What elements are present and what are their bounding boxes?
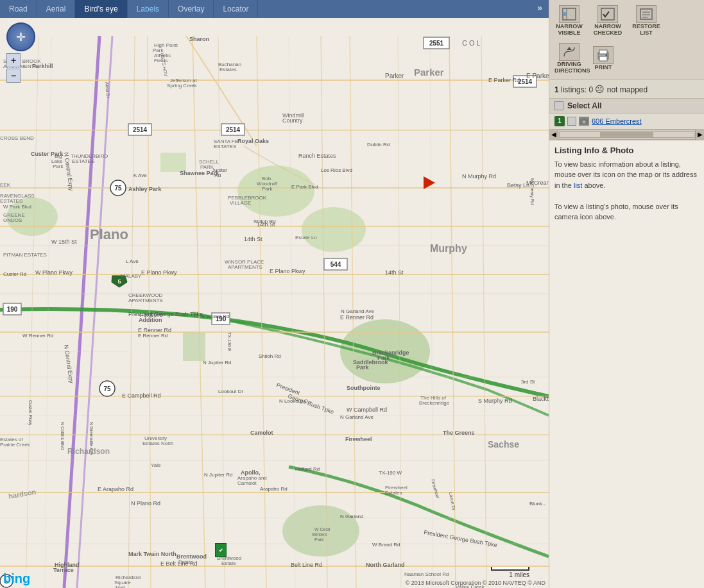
svg-text:The Greens: The Greens [443,430,475,436]
svg-text:PITMAN ESTATES: PITMAN ESTATES [3,252,47,258]
svg-text:Mark Twain North: Mark Twain North [128,551,176,557]
svg-text:Park: Park [377,355,391,361]
svg-point-220 [563,12,567,16]
svg-text:190: 190 [7,306,18,313]
svg-text:Blackburn Rd: Blackburn Rd [533,396,549,402]
svg-text:2514: 2514 [133,126,148,133]
svg-text:Custer Rd: Custer Rd [3,271,26,277]
svg-text:ESTATES: ESTATES [0,198,22,204]
listing-item: 1 606 Embercrest [549,113,704,130]
map-container[interactable]: Road Aerial Bird's eye Labels Overlay Lo… [0,0,549,588]
svg-text:Ranch Estates: Ranch Estates [298,153,336,159]
narrow-visible-button[interactable]: NARROW VISIBLE [552,4,587,38]
svg-text:Custer Pkwy: Custer Pkwy [28,400,33,426]
svg-text:Richardson: Richardson [67,447,110,456]
svg-text:Holford Rd: Holford Rd [295,466,320,472]
svg-text:W Park Blvd: W Park Blvd [3,204,31,210]
info-text-2: To view a listing's photo, mouse over it… [554,201,699,223]
svg-text:Winters: Winters [312,532,327,537]
select-all-checkbox[interactable] [554,101,563,110]
svg-text:E Parker Rd: E Parker Rd [488,77,520,83]
svg-text:Terrace: Terrace [53,567,74,573]
map-tabs: Road Aerial Bird's eye Labels Overlay Lo… [0,0,549,18]
pan-control[interactable] [6,22,35,51]
svg-text:Breckenridge: Breckenridge [419,400,450,406]
svg-text:N Jupiter Rd: N Jupiter Rd [203,360,231,365]
svg-text:Estates: Estates [219,67,237,72]
svg-text:N Collins Blvd: N Collins Blvd [60,422,65,450]
svg-text:Naaman School Rd: Naaman School Rd [404,571,449,577]
print-icon [593,46,614,64]
scale-line [491,567,529,571]
svg-text:Park: Park [356,364,370,371]
scrollbar-track[interactable] [559,131,694,138]
not-mapped-label: not mapped [607,85,648,94]
info-panel-text: To view basic information about a listin… [554,159,699,223]
svg-text:Mall: Mall [116,585,125,588]
svg-text:N Jupiter Rd: N Jupiter Rd [204,472,232,478]
svg-text:544: 544 [331,261,341,268]
svg-text:Camelot: Camelot [237,480,257,486]
info-panel-title: Listing Info & Photo [554,146,699,155]
tab-overlay[interactable]: Overlay [169,0,214,18]
svg-text:Spring Creek: Spring Creek [167,83,198,88]
svg-text:14th St: 14th St [385,269,404,276]
select-all-row[interactable]: Select All [549,99,704,113]
tab-labels[interactable]: Labels [128,0,169,18]
print-button[interactable]: PRINT [590,45,616,72]
svg-text:Sharon: Sharon [189,36,209,42]
svg-text:E Plano Pkwy: E Plano Pkwy [141,269,177,276]
svg-text:E Plano Pkwy: E Plano Pkwy [270,268,305,274]
svg-rect-228 [599,50,607,54]
svg-text:McCreary Rd: McCreary Rd [529,178,535,205]
svg-text:Dublin Rd: Dublin Rd [367,142,390,147]
svg-text:W 15th St: W 15th St [51,239,77,245]
svg-text:N Garland: N Garland [340,514,363,519]
info-panel: Listing Info & Photo To view basic infor… [549,140,704,588]
tab-aerial[interactable]: Aerial [37,0,76,18]
scrollbar-right-button[interactable]: ▶ [695,130,704,140]
svg-text:S Murphy Rd: S Murphy Rd [478,398,512,404]
svg-text:5: 5 [117,278,121,285]
listing-camera-icon[interactable] [579,117,589,126]
svg-text:Estates North: Estates North [142,441,173,446]
svg-text:W Brand Rd: W Brand Rd [372,542,400,548]
tab-birds-eye[interactable]: Bird's eye [75,0,127,18]
zoom-in-button[interactable]: + [6,53,21,67]
listing-checkbox[interactable] [567,117,576,126]
svg-point-230 [606,54,608,56]
bing-logo: bing [3,570,30,587]
svg-text:N Greenville Ave: N Greenville Ave [89,422,94,455]
svg-text:VILLAGE: VILLAGE [230,200,251,206]
svg-text:N Plano Rd: N Plano Rd [131,500,160,507]
collapse-button[interactable]: » [531,0,549,18]
scale-label: 1 miles [509,571,529,578]
map-marker-red[interactable] [424,176,435,189]
tab-road[interactable]: Road [0,0,37,18]
narrow-checked-button[interactable]: NARROW CHECKED [590,4,625,38]
svg-rect-233 [583,118,585,120]
scrollbar-thumb[interactable] [600,132,654,137]
scrollbar-left-button[interactable]: ◀ [549,130,558,140]
zoom-out-button[interactable]: − [6,69,21,83]
svg-text:K Ave: K Ave [133,172,147,178]
svg-point-1 [237,165,314,217]
svg-text:N Jupiter Rd: N Jupiter Rd [201,314,229,319]
driving-directions-button[interactable]: DRIVING DIRECTIONS [552,42,587,76]
listing-address[interactable]: 606 Embercrest [592,117,642,125]
svg-text:Lookout Dr: Lookout Dr [218,389,243,394]
svg-text:Los Rios Blvd: Los Rios Blvd [321,167,352,173]
restore-list-button[interactable]: RESTORE LIST [629,4,664,38]
svg-text:Rd: Rd [214,172,221,178]
svg-text:C  O  L: C O L [462,39,481,47]
svg-text:Estate Ln: Estate Ln [295,235,317,240]
svg-text:2551: 2551 [429,40,444,47]
svg-text:Murphy: Murphy [430,243,467,254]
map-marker-listing[interactable]: ✔ [215,543,227,557]
scale-bar: 1 miles [491,567,529,578]
svg-text:L Ave: L Ave [126,258,139,264]
tab-locator[interactable]: Locator [214,0,258,18]
listings-status-label: listings: [561,85,587,94]
svg-text:Camelot: Camelot [250,430,273,436]
svg-text:Prairie Creek: Prairie Creek [0,442,31,448]
